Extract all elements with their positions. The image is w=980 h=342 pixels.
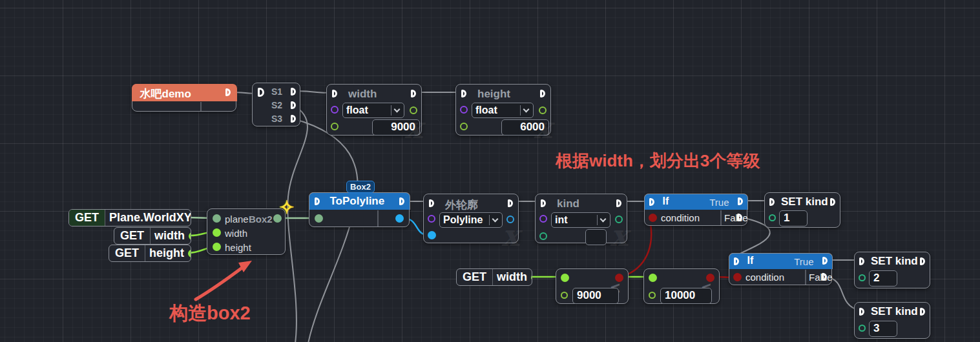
d-output-icon[interactable]	[920, 257, 925, 265]
wire-cmp1-to-if1-condition[interactable]	[623, 220, 651, 276]
d-output-icon[interactable]	[225, 88, 231, 96]
d-output-icon[interactable]	[540, 90, 545, 97]
d-input-icon[interactable]	[649, 198, 654, 206]
d-output-icon-s3[interactable]	[291, 115, 296, 123]
port-value-input[interactable]	[460, 123, 468, 130]
d-input-icon[interactable]	[541, 199, 546, 207]
compare1-value-field[interactable]: 9000	[572, 288, 619, 304]
topolyline-header[interactable]: ToPolyline	[309, 192, 410, 210]
node-set-kind1[interactable]: SET kind 1	[764, 192, 840, 228]
port-value-output[interactable]	[539, 106, 547, 114]
node-get-width[interactable]: GET width	[114, 227, 191, 245]
d-output-icon[interactable]	[830, 198, 835, 206]
port-b-input[interactable]	[649, 292, 656, 299]
if1-header[interactable]: If True	[644, 194, 748, 210]
port-value-output[interactable]	[615, 216, 623, 223]
d-true-output-icon[interactable]	[822, 257, 828, 265]
if1-condition-label: condition	[661, 212, 700, 223]
kind-value-field[interactable]	[585, 229, 607, 245]
port-box2-input[interactable]	[315, 214, 323, 223]
d-output-icon[interactable]	[411, 90, 416, 97]
port-condition-input[interactable]	[733, 273, 742, 281]
port-condition-input[interactable]	[649, 214, 657, 222]
outline-type-dropdown[interactable]: Polyline	[439, 212, 503, 228]
d-input-icon[interactable]	[315, 197, 320, 205]
node-topolyline[interactable]: ToPolyline	[309, 192, 410, 227]
node-kind[interactable]: kind int x	[535, 194, 627, 243]
port-geometry-input[interactable]	[428, 231, 436, 239]
set-kind3-value-field[interactable]: 3	[869, 321, 897, 337]
port-height-output[interactable]	[188, 250, 191, 257]
node-get-height[interactable]: GET height	[109, 245, 191, 262]
port-value-input[interactable]	[769, 214, 776, 221]
d-input-icon[interactable]	[461, 90, 466, 97]
node-get-plane[interactable]: GET Plane.WorldXY	[68, 209, 191, 226]
port-width-output[interactable]	[531, 274, 532, 281]
node-outline[interactable]: 外轮廓 Polyline x	[423, 194, 519, 243]
node-box2[interactable]: plane Box2 width height	[207, 208, 286, 255]
compare2-value-field[interactable]: 10000	[660, 288, 712, 304]
node-set-kind3[interactable]: SET kind 3	[854, 302, 930, 339]
port-value-input[interactable]	[859, 325, 866, 332]
node-get-width2[interactable]: GET width	[456, 268, 532, 286]
node-height-var[interactable]: height float 6000 x	[455, 84, 551, 136]
d-output-icon[interactable]	[399, 197, 404, 205]
d-input-icon[interactable]	[859, 257, 864, 265]
d-output-icon[interactable]	[508, 199, 513, 207]
outline-type-value: Polyline	[443, 214, 483, 226]
port-height-input[interactable]	[213, 243, 221, 251]
port-value-input[interactable]	[539, 232, 547, 240]
port-a-input[interactable]	[649, 274, 657, 282]
port-type-input[interactable]	[428, 215, 435, 223]
port-value-output[interactable]	[506, 216, 514, 223]
node-splitter[interactable]: S1 S2 S3	[252, 83, 300, 126]
port-polyline-output[interactable]	[395, 214, 404, 223]
node-compare1[interactable]: < 9000	[556, 268, 629, 304]
height-var-title: height	[477, 88, 510, 101]
d-output-icon[interactable]	[920, 308, 925, 316]
node-compare2[interactable]: < 10000	[643, 268, 720, 304]
node-editor-canvas[interactable]: 根据width，划分出3个等级 构造box2 ✧ 水吧demo S1 S2 S3…	[0, 0, 980, 342]
if1-true-label: True	[709, 197, 729, 208]
port-type-input[interactable]	[331, 106, 339, 114]
if2-header[interactable]: If True	[729, 253, 833, 269]
height-type-dropdown[interactable]: float	[472, 103, 534, 118]
width-type-dropdown[interactable]: float	[342, 103, 404, 118]
port-value-input[interactable]	[859, 274, 866, 281]
topolyline-body-divider	[377, 210, 379, 226]
d-input-icon[interactable]	[258, 88, 264, 97]
d-output-icon-s1[interactable]	[291, 88, 296, 96]
d-true-output-icon[interactable]	[738, 197, 743, 205]
node-width-var[interactable]: width float 9000 x	[326, 84, 422, 136]
d-input-icon[interactable]	[734, 257, 739, 265]
set-kind1-value-field[interactable]: 1	[779, 210, 808, 226]
d-output-icon-s2[interactable]	[291, 101, 296, 109]
port-value-output[interactable]	[410, 106, 417, 114]
port-b-input[interactable]	[561, 292, 568, 299]
port-type-input[interactable]	[460, 106, 468, 114]
width-value-field[interactable]: 9000	[372, 119, 420, 136]
port-width-input[interactable]	[213, 228, 221, 237]
d-input-icon[interactable]	[859, 308, 864, 316]
set-kind2-value-field[interactable]: 2	[869, 270, 897, 287]
node-demo-header[interactable]: 水吧demo	[132, 84, 237, 101]
node-if1[interactable]: If True condition False	[644, 194, 747, 226]
port-width-output[interactable]	[189, 232, 191, 240]
d-input-icon[interactable]	[332, 90, 337, 97]
d-input-icon[interactable]	[769, 198, 775, 206]
port-a-input[interactable]	[561, 274, 569, 282]
kind-type-dropdown[interactable]: int	[551, 212, 610, 228]
chevron-down-icon	[492, 216, 499, 223]
port-type-input[interactable]	[539, 215, 547, 223]
height-value-field[interactable]: 6000	[501, 119, 549, 136]
port-plane-input[interactable]	[213, 214, 221, 223]
outline-title: 外轮廓	[445, 197, 478, 212]
d-input-icon[interactable]	[429, 199, 434, 207]
node-demo[interactable]: 水吧demo	[132, 84, 236, 112]
wire-s2-down[interactable]	[287, 105, 308, 342]
d-output-icon[interactable]	[616, 199, 621, 207]
port-value-input[interactable]	[331, 123, 339, 130]
node-if2[interactable]: If True condition False	[729, 253, 832, 285]
node-set-kind2[interactable]: SET kind 2	[854, 252, 930, 288]
wire-s3-down[interactable]	[293, 119, 358, 342]
